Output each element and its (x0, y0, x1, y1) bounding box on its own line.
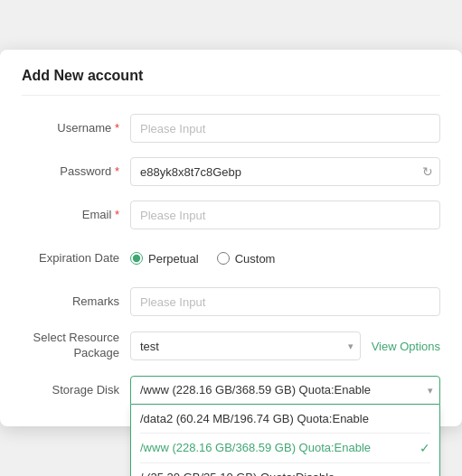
storage-option-data2-text: /data2 (60.24 MB/196.74 GB) Quota:Enable (140, 412, 369, 425)
email-required-mark: * (115, 208, 119, 221)
username-row: Username * (22, 114, 440, 143)
storage-option-data2[interactable]: /data2 (60.24 MB/196.74 GB) Quota:Enable (131, 405, 439, 433)
remarks-input[interactable] (130, 287, 440, 316)
custom-option[interactable]: Custom (217, 252, 276, 266)
email-input[interactable] (130, 201, 440, 229)
expiration-date-row: Expiration Date Perpetual Custom (22, 244, 440, 273)
username-input[interactable] (130, 114, 440, 143)
perpetual-label: Perpetual (148, 252, 199, 266)
email-label: Email * (22, 201, 130, 229)
resource-package-dropdown-wrapper: test ▾ (130, 331, 361, 360)
email-row: Email * (22, 201, 440, 229)
storage-option-root[interactable]: / (25.20 GB/35.10 GB) Quota:Disable (131, 463, 439, 476)
add-new-account-modal: Add New account Username * Password * ↻ … (0, 50, 462, 426)
modal-title: Add New account (22, 68, 440, 96)
expiration-radio-group: Perpetual Custom (130, 244, 275, 273)
password-wrapper: ↻ (130, 157, 440, 186)
password-row: Password * ↻ (22, 157, 440, 186)
storage-disk-chevron-icon: ▾ (428, 384, 433, 396)
storage-option-www[interactable]: /www (228.16 GB/368.59 GB) Quota:Enable … (131, 434, 439, 462)
resource-package-select[interactable]: test (130, 331, 361, 360)
view-options-link[interactable]: View Options (372, 340, 440, 353)
perpetual-option[interactable]: Perpetual (130, 252, 199, 266)
storage-option-www-text: /www (228.16 GB/368.59 GB) Quota:Enable (140, 441, 371, 454)
select-resource-label: Select Resource Package (22, 331, 130, 361)
storage-option-www-check-icon: ✓ (420, 441, 430, 455)
remarks-label: Remarks (22, 287, 130, 316)
storage-disk-dropdown-container: /www (228.16 GB/368.59 GB) Quota:Enable … (130, 376, 440, 405)
expiration-date-label: Expiration Date (22, 244, 130, 273)
storage-disk-options: /data2 (60.24 MB/196.74 GB) Quota:Enable… (130, 405, 440, 476)
storage-disk-label: Storage Disk (22, 376, 130, 405)
select-resource-content: test ▾ View Options (130, 331, 440, 360)
custom-radio[interactable] (217, 252, 230, 265)
storage-disk-selected[interactable]: /www (228.16 GB/368.59 GB) Quota:Enable … (130, 376, 440, 405)
storage-option-root-text: / (25.20 GB/35.10 GB) Quota:Disable (140, 471, 335, 476)
username-label: Username * (22, 114, 130, 143)
select-resource-row: Select Resource Package test ▾ View Opti… (22, 331, 440, 361)
password-label: Password * (22, 157, 130, 186)
password-input[interactable] (130, 157, 440, 186)
storage-disk-row: Storage Disk /www (228.16 GB/368.59 GB) … (22, 376, 440, 405)
remarks-row: Remarks (22, 287, 440, 316)
username-required-mark: * (115, 121, 119, 135)
refresh-icon[interactable]: ↻ (422, 164, 433, 179)
custom-label: Custom (235, 252, 276, 266)
password-required-mark: * (115, 164, 119, 178)
perpetual-radio[interactable] (130, 252, 143, 265)
storage-disk-selected-text: /www (228.16 GB/368.59 GB) Quota:Enable (140, 383, 414, 397)
